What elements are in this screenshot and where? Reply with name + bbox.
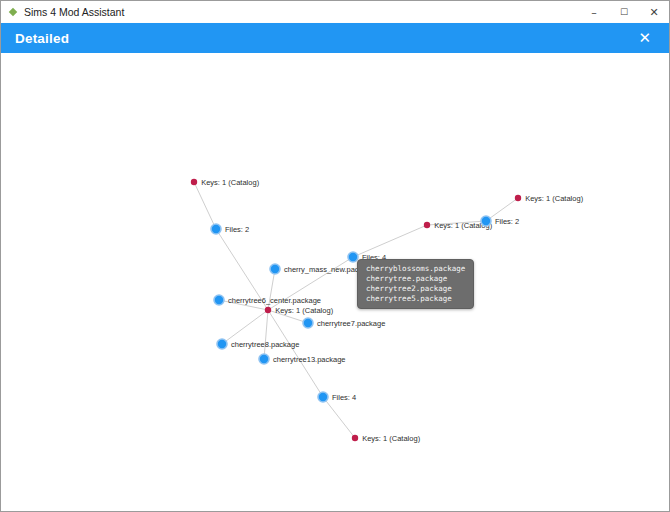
graph-node-files-4-bottom[interactable] xyxy=(318,392,328,402)
graph-edge xyxy=(194,182,216,229)
graph-node-keys-mid-right[interactable] xyxy=(424,222,430,228)
graph-edge xyxy=(268,310,323,397)
graph-node-label: Keys: 1 (Catalog) xyxy=(275,306,333,315)
graph-node-tree8[interactable] xyxy=(217,339,227,349)
minimize-button[interactable]: – xyxy=(579,1,609,23)
graph-node-label: cherrytree13.package xyxy=(273,355,346,364)
node-tooltip: cherryblossoms.packagecherrytree.package… xyxy=(357,259,474,309)
graph-node-label: Files: 4 xyxy=(332,393,356,402)
graph-node-cherry-mass-new[interactable] xyxy=(270,264,280,274)
window-title: Sims 4 Mod Assistant xyxy=(24,6,124,18)
graph-edge xyxy=(323,397,355,438)
graph-node-keys-top-left[interactable] xyxy=(191,179,197,185)
close-detailed-view-icon[interactable]: ✕ xyxy=(638,23,651,53)
graph-node-label: Keys: 1 (Catalog) xyxy=(362,434,420,443)
graph-node-tree7[interactable] xyxy=(303,318,313,328)
graph-node-keys-center[interactable] xyxy=(265,307,271,313)
window-close-button[interactable]: ✕ xyxy=(639,1,669,23)
tooltip-line: cherrytree2.package xyxy=(366,284,465,294)
graph-edge xyxy=(264,310,268,359)
page-title: Detailed xyxy=(15,31,69,46)
graph-node-keys-bottom[interactable] xyxy=(352,435,358,441)
graph-node-label: Keys: 1 (Catalog) xyxy=(201,178,259,187)
graph-node-keys-top-right[interactable] xyxy=(515,195,521,201)
tooltip-line: cherrytree5.package xyxy=(366,294,465,304)
graph-node-label: Keys: 1 (Catalog) xyxy=(525,194,583,203)
app-icon xyxy=(8,7,18,17)
maximize-button[interactable]: ☐ xyxy=(609,1,639,23)
graph-node-tree13[interactable] xyxy=(259,354,269,364)
tooltip-line: cherryblossoms.package xyxy=(366,264,465,274)
graph-canvas[interactable]: Keys: 1 (Catalog)Files: 2cherry_mass_new… xyxy=(1,53,669,512)
graph-node-label: cherrytree8.package xyxy=(231,340,299,349)
titlebar: Sims 4 Mod Assistant – ☐ ✕ xyxy=(1,1,669,23)
detailed-view-header: Detailed ✕ xyxy=(1,23,669,53)
tooltip-line: cherrytree.package xyxy=(366,274,465,284)
graph-node-label: Files: 2 xyxy=(495,217,519,226)
window-controls: – ☐ ✕ xyxy=(579,1,669,23)
app-window: Sims 4 Mod Assistant – ☐ ✕ Detailed ✕ Ke… xyxy=(0,0,670,512)
graph-node-files-2-top-left[interactable] xyxy=(211,224,221,234)
graph-node-tree6-center[interactable] xyxy=(214,295,224,305)
graph-node-label: cherrytree6_center.package xyxy=(228,296,321,305)
dependency-graph[interactable]: Keys: 1 (Catalog)Files: 2cherry_mass_new… xyxy=(1,53,669,512)
graph-node-files-2-right[interactable] xyxy=(481,216,491,226)
graph-node-label: Files: 2 xyxy=(225,225,249,234)
graph-node-label: cherrytree7.package xyxy=(317,319,385,328)
